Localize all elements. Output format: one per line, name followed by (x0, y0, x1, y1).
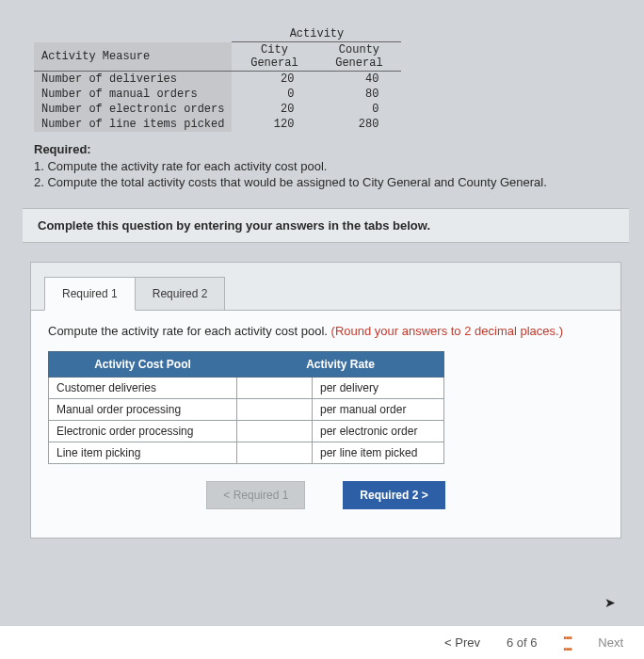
cell: 280 (316, 117, 401, 132)
pool-cell: Manual order processing (49, 398, 237, 420)
next-required-button[interactable]: Required 2 > (343, 481, 444, 509)
required-item: 1. Compute the activity rate for each ac… (34, 158, 618, 175)
prev-button[interactable]: < Prev (444, 635, 480, 650)
required-heading: Required: (34, 141, 618, 158)
cell: 80 (316, 87, 401, 102)
pool-cell: Electronic order processing (49, 420, 237, 442)
unit-cell: per electronic order (313, 420, 444, 442)
cell: 120 (232, 117, 316, 132)
pool-cell: Line item picking (49, 442, 237, 463)
required-block: Required: 1. Compute the activity rate f… (34, 141, 618, 191)
panel-instruction-text: Compute the activity rate for each activ… (48, 324, 331, 338)
col-city: City General (232, 42, 316, 72)
cell: 20 (232, 72, 316, 88)
panel-instruction: Compute the activity rate for each activ… (48, 324, 604, 338)
cursor-icon: ➤ (604, 595, 616, 610)
rate-input[interactable] (237, 398, 313, 420)
panel-nav: < Required 1 Required 2 > (48, 464, 604, 515)
unit-cell: per manual order (313, 398, 444, 420)
unit-cell: per delivery (313, 377, 444, 398)
unit-cell: per line item picked (313, 442, 444, 463)
rate-input[interactable] (237, 442, 313, 463)
next-button[interactable]: Next (598, 635, 623, 650)
row-label: Number of electronic orders (34, 102, 232, 117)
cell: 20 (232, 102, 316, 117)
th-pool: Activity Cost Pool (49, 351, 237, 377)
pager-text: 6 of 6 (507, 635, 538, 650)
worksheet: Required 1 Required 2 Compute the activi… (30, 262, 621, 538)
prev-required-button[interactable]: < Required 1 (206, 481, 305, 509)
instruction-bar: Complete this question by entering your … (23, 208, 629, 243)
rate-input[interactable] (237, 420, 313, 442)
tab-required-2[interactable]: Required 2 (135, 277, 226, 311)
cell: 40 (316, 72, 401, 88)
panel-instruction-hint: (Round your answers to 2 decimal places.… (331, 324, 563, 338)
tab-required-1[interactable]: Required 1 (44, 277, 136, 311)
activity-header: Activity (232, 26, 401, 42)
pool-cell: Customer deliveries (49, 377, 237, 398)
tab-panel: Compute the activity rate for each activ… (31, 310, 620, 538)
bottom-bar: < Prev 6 of 6 ▪▪▪▪▪▪ Next (0, 625, 644, 659)
row-label: Number of manual orders (34, 87, 232, 102)
row-label: Number of deliveries (34, 72, 232, 88)
col-county: County General (316, 42, 401, 72)
cell: 0 (316, 102, 401, 117)
row-label: Number of line items picked (34, 117, 232, 132)
activity-data-table: Activity Activity Measure City General C… (34, 26, 401, 132)
measure-header: Activity Measure (34, 42, 232, 72)
grid-icon[interactable]: ▪▪▪▪▪▪ (564, 632, 572, 654)
cell: 0 (232, 87, 316, 102)
required-item: 2. Compute the total activity costs that… (34, 174, 618, 191)
th-rate: Activity Rate (237, 351, 444, 377)
answer-table: Activity Cost Pool Activity Rate Custome… (48, 351, 444, 464)
rate-input[interactable] (237, 377, 313, 398)
tabs: Required 1 Required 2 (31, 263, 620, 310)
